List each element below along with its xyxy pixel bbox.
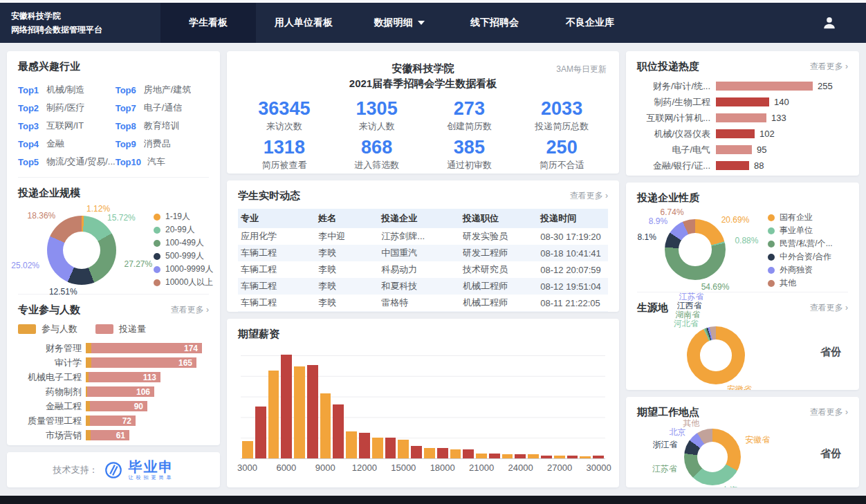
column-header: 投递职位: [460, 209, 537, 228]
stat-value: 273: [423, 98, 516, 120]
stat-value: 1305: [331, 98, 423, 120]
participants-bar: [86, 357, 91, 368]
legend-item: 事业单位: [768, 224, 833, 237]
legend-item: 其他: [768, 277, 833, 290]
positions-view-more-link[interactable]: 查看更多 ›: [810, 61, 848, 73]
tech-support-label: 技术支持：: [53, 464, 98, 476]
position-bar-row: 机械/仪器仪表102: [626, 126, 859, 142]
chart-legend: 国有企业事业单位民营/私营/个...中外合资/合作外商独资其他: [768, 211, 833, 290]
legend-label: 100-499人: [165, 237, 204, 249]
left-column: 最感兴趣行业 Top1机械/制造Top2制药/医疗Top3互联网/ITTop4金…: [7, 51, 220, 487]
nav-tab[interactable]: 学生看板: [160, 3, 256, 43]
company-size-section: 投递企业规模 1.12%15.72%27.27%12.51%25.02%18.3…: [7, 178, 220, 294]
tech-support-card: 技术支持： 毕业申 让校招更简单: [7, 452, 220, 487]
industry-item: Top1机械/制造: [18, 81, 116, 99]
nav-tab[interactable]: 不良企业库: [542, 3, 638, 43]
nav-tab[interactable]: 线下招聘会: [447, 3, 542, 43]
stat-label: 投递简历总数: [515, 120, 608, 133]
legend-label: 10000人以上: [165, 277, 213, 288]
industry-rank: Top4: [18, 139, 40, 149]
industry-item: Top6房地产/建筑: [116, 81, 209, 99]
company-size-chart: 1.12%15.72%27.27%12.51%25.02%18.36%1-19人…: [7, 205, 220, 297]
cell: 苏映视: [378, 311, 460, 312]
salary-card: 期望薪资 30006000900012000150001800021000240…: [227, 319, 619, 487]
industry-label: 房地产/建筑: [144, 84, 192, 96]
histogram-bar: [424, 448, 435, 458]
donut-hole: [63, 232, 100, 269]
top-nav: 安徽科技学院 网络招聘会数据管理平台 学生看板用人单位看板数据明细线下招聘会不良…: [0, 3, 866, 43]
major-label: 审计学: [18, 357, 82, 369]
position-value: 255: [818, 81, 833, 91]
nav-tab[interactable]: 用人单位看板: [256, 3, 351, 43]
origin-donut: [687, 326, 745, 384]
industry-item: Top4金融: [18, 135, 116, 153]
industry-item: Top2制药/医疗: [18, 99, 116, 117]
overview-stats: 36345来访次数1305来访人数273创建简历数2033投递简历总数1318简…: [238, 98, 608, 171]
legend-item: 10000人以上: [154, 276, 213, 289]
legend-dot: [154, 214, 160, 221]
position-bar-row: 互联网/计算机...133: [626, 110, 859, 126]
delivery-value: 165: [178, 358, 192, 368]
biyeshen-logo-icon: [104, 460, 123, 480]
legend-item: 1-19人: [154, 210, 213, 223]
delivery-value: 61: [116, 431, 125, 440]
axis-tick-label: 18000: [430, 463, 455, 473]
legend-label: 中外合资/合作: [780, 251, 831, 263]
donut-label: 12.51%: [49, 287, 77, 297]
company-size-title: 投递企业规模: [18, 187, 80, 200]
legend-dot: [154, 240, 160, 247]
major-bar-row: 药物制剂106: [7, 384, 220, 399]
majors-view-more-link[interactable]: 查看更多 ›: [171, 304, 209, 316]
stat-label: 简历不合适: [515, 159, 608, 171]
cell: 李映: [315, 261, 378, 278]
legend-dot: [768, 227, 775, 234]
histogram-bar: [567, 456, 578, 459]
donut-label: 18.36%: [28, 211, 56, 221]
delivery-bar: 113: [89, 372, 160, 382]
delivery-value: 106: [136, 387, 150, 397]
activity-view-more-link[interactable]: 查看更多 ›: [570, 190, 608, 202]
participants-bar: [86, 343, 91, 353]
work-location-view-more-link[interactable]: 查看更多 ›: [810, 407, 848, 418]
table-row: 车辆工程李映科易动力技术研究员08-12 20:07:59: [238, 261, 608, 278]
cell: 中国重汽: [378, 245, 460, 261]
cell: 李中迎: [315, 228, 378, 245]
industry-label: 金融: [46, 138, 64, 150]
major-bar-row: 市场营销61: [7, 428, 220, 442]
user-icon[interactable]: [822, 15, 837, 30]
activity-table-head: 专业姓名投递企业投递职位投递时间: [238, 209, 608, 228]
major-label: 质量管理工程: [18, 415, 82, 427]
stat-item: 36345来访次数: [238, 98, 331, 133]
legend-label: 20-99人: [165, 224, 195, 236]
delivery-bar: 61: [91, 430, 129, 440]
delivery-bar: 72: [90, 416, 136, 426]
work-location-unit-label: 省份: [820, 447, 841, 460]
legend-label: 民营/私营/个...: [780, 238, 833, 250]
legend-dot: [154, 253, 160, 260]
major-bars: 106: [86, 386, 154, 397]
donut-label: 0.88%: [735, 236, 758, 245]
dashboard-title-line2: 2021届春季招聘会学生数据看板: [238, 76, 608, 91]
origin-view-more-link[interactable]: 查看更多 ›: [810, 302, 848, 314]
position-bar: [716, 113, 766, 122]
origin-title: 生源地: [637, 301, 668, 315]
cell: 李映: [315, 278, 378, 295]
major-bar-row: 机械电子工程113: [7, 370, 220, 384]
delivery-value: 72: [122, 416, 131, 426]
cell: 李映: [315, 295, 378, 311]
legend-swatch: [18, 324, 36, 334]
legend-item: 20-99人: [154, 223, 213, 236]
chevron-down-icon: [418, 21, 425, 25]
work-location-donut: [684, 429, 741, 485]
legend-dot: [154, 227, 160, 234]
position-bar: [716, 145, 752, 154]
company-nature-title: 投递企业性质: [637, 192, 699, 205]
cell: 08-11 21:21:08: [537, 311, 608, 312]
majors-section: 专业参与人数 查看更多 › 参与人数投递量 财务管理174审计学165机械电子工…: [7, 295, 220, 445]
nav-tab[interactable]: 数据明细: [351, 3, 447, 43]
activity-title: 学生实时动态: [238, 189, 300, 203]
position-bar: [716, 161, 749, 170]
legend-dot: [154, 279, 160, 286]
industry-item: Top3互联网/IT: [18, 117, 116, 135]
major-label: 药物制剂: [18, 386, 82, 398]
